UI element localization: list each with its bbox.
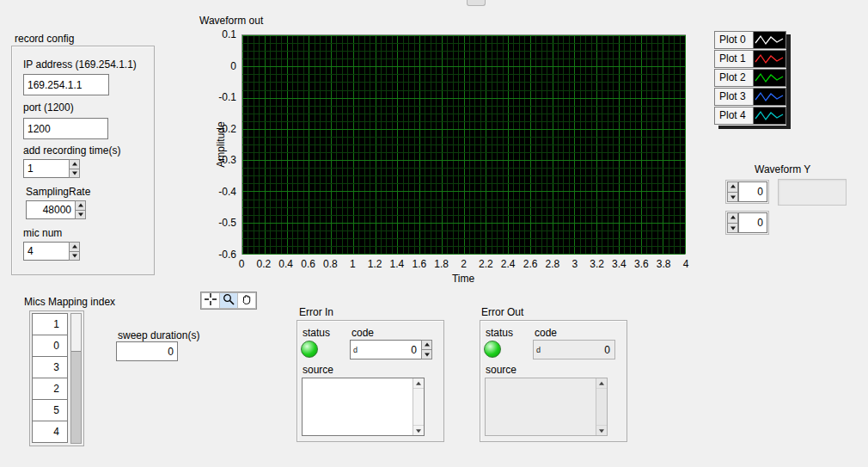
y-tick-label: 0.1 <box>189 28 236 40</box>
pan-hand-tool-button[interactable] <box>238 293 255 308</box>
legend-plot-label[interactable]: Plot 2 <box>714 69 754 87</box>
recording-time-spinner[interactable] <box>69 159 80 178</box>
sampling-rate-input[interactable] <box>26 200 76 219</box>
grid-line-horizontal <box>242 98 685 99</box>
mic-num-spinner[interactable] <box>69 242 80 261</box>
recording-time-input[interactable] <box>23 159 70 178</box>
error-in-status-led[interactable] <box>301 341 318 358</box>
grid-line-horizontal <box>242 106 685 107</box>
error-in-code-label: code <box>351 327 374 339</box>
pane-splitter-handle[interactable] <box>467 0 486 6</box>
scroll-up-arrow[interactable] <box>413 378 424 389</box>
decrement-button[interactable] <box>727 192 738 203</box>
legend-plot-label[interactable]: Plot 1 <box>714 50 754 68</box>
source-scrollbar[interactable] <box>596 378 607 435</box>
mics-array-element[interactable]: 3 <box>32 356 68 378</box>
error-out-code-field: d 0 <box>533 340 615 359</box>
mics-scrollbar[interactable] <box>70 313 82 444</box>
error-out-status-led <box>484 341 501 358</box>
decrement-button[interactable] <box>69 251 80 261</box>
x-tick-label: 4 <box>673 258 699 270</box>
error-in-status-label: status <box>303 327 330 339</box>
legend-line-sample[interactable] <box>754 50 786 68</box>
error-out-code-label: code <box>535 327 557 339</box>
grid-line-horizontal <box>242 254 685 255</box>
error-in-code-field[interactable]: d 0 <box>350 340 422 359</box>
grid-line-horizontal <box>242 160 685 161</box>
grid-line-horizontal <box>242 168 685 169</box>
grid-line-horizontal <box>242 200 685 200</box>
grid-line-horizontal <box>242 82 685 83</box>
grid-line-horizontal <box>242 175 685 176</box>
scrollbar-thumb[interactable] <box>71 314 81 352</box>
mics-array-element[interactable]: 2 <box>32 378 68 400</box>
legend-row: Plot 1 <box>714 50 786 68</box>
error-in-source-field[interactable] <box>302 378 425 436</box>
pan-hand-icon <box>241 293 253 308</box>
mics-array-element[interactable]: 5 <box>32 399 68 421</box>
grid-line-horizontal <box>242 246 685 247</box>
legend-line-sample[interactable] <box>754 31 786 49</box>
waveform-y-spinner-2[interactable] <box>727 212 738 233</box>
grid-line-horizontal <box>242 238 685 239</box>
graph-palette <box>200 292 257 310</box>
mics-array-element[interactable]: 1 <box>32 313 68 335</box>
mics-mapping-array: 103254 <box>29 310 84 446</box>
waveform-y-input-2[interactable] <box>738 212 767 233</box>
legend-plot-label[interactable]: Plot 0 <box>714 31 754 49</box>
zoom-tool-button[interactable] <box>220 293 237 308</box>
legend-line-icon <box>754 108 785 124</box>
plot-area[interactable] <box>241 34 686 255</box>
waveform-y-indicator <box>778 179 847 206</box>
error-in-code-spinner[interactable] <box>421 340 432 359</box>
scroll-down-arrow[interactable] <box>596 425 607 435</box>
y-tick-label: -0.3 <box>189 154 236 166</box>
zoom-icon <box>223 293 235 308</box>
scroll-up-arrow[interactable] <box>596 378 607 389</box>
y-tick-label: -0.5 <box>189 217 236 229</box>
grid-line-horizontal <box>242 183 685 184</box>
decrement-button[interactable] <box>69 169 80 179</box>
decrement-button[interactable] <box>421 349 432 359</box>
legend-row: Plot 2 <box>714 69 786 87</box>
port-input[interactable] <box>23 118 108 139</box>
port-label: port (1200) <box>23 101 74 114</box>
mic-num-input[interactable] <box>23 242 70 261</box>
grid-line-horizontal <box>242 114 685 114</box>
legend-line-icon <box>754 32 785 48</box>
scroll-down-arrow[interactable] <box>413 425 424 435</box>
legend-line-icon <box>754 70 785 86</box>
grid-line-vertical <box>685 35 686 254</box>
decrement-button[interactable] <box>727 223 738 234</box>
error-out-code-value: 0 <box>604 344 610 356</box>
waveform-y-input-1[interactable] <box>738 181 767 202</box>
mics-array-element[interactable]: 4 <box>32 421 68 443</box>
error-in-code-value: 0 <box>411 344 417 356</box>
sampling-rate-spinner[interactable] <box>75 200 86 219</box>
source-scrollbar[interactable] <box>413 378 424 435</box>
decrement-button[interactable] <box>75 210 86 220</box>
sweep-duration-label: sweep duration(s) <box>118 329 199 341</box>
y-tick-label: 0 <box>189 60 236 72</box>
legend-line-sample[interactable] <box>754 88 786 106</box>
y-tick-label: -0.4 <box>189 186 236 198</box>
grid-line-horizontal <box>242 144 685 145</box>
mics-array-element[interactable]: 0 <box>32 335 68 357</box>
error-out-source-field <box>485 378 608 436</box>
legend-plot-label[interactable]: Plot 4 <box>714 107 754 125</box>
legend-line-sample[interactable] <box>754 107 786 125</box>
grid-line-horizontal <box>242 152 685 153</box>
recording-time-label: add recording time(s) <box>23 144 120 157</box>
legend-line-sample[interactable] <box>754 69 786 87</box>
grid-line-horizontal <box>242 230 685 231</box>
legend-plot-label[interactable]: Plot 3 <box>714 88 754 106</box>
ip-address-input[interactable] <box>23 74 109 95</box>
grid-line-horizontal <box>242 90 685 91</box>
grid-line-horizontal <box>242 207 685 208</box>
crosshair-tool-button[interactable] <box>202 293 219 308</box>
x-axis-tick-labels: 00.20.40.60.811.21.41.61.822.22.42.62.83… <box>241 258 686 270</box>
error-out-status-label: status <box>486 327 513 339</box>
sweep-duration-input[interactable] <box>116 341 178 361</box>
waveform-y-spinner-1[interactable] <box>727 181 738 202</box>
grid-line-horizontal <box>242 129 685 130</box>
